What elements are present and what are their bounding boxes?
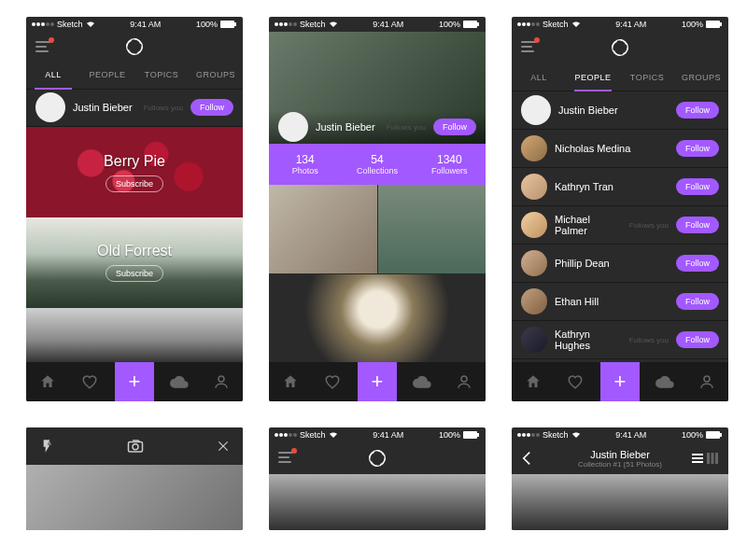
notification-dot bbox=[49, 37, 54, 43]
nav-home[interactable] bbox=[516, 365, 550, 399]
nav-cloud[interactable] bbox=[405, 365, 439, 399]
camera-toolbar: A bbox=[26, 427, 243, 465]
screen-camera: A bbox=[26, 427, 243, 530]
app-logo bbox=[125, 37, 144, 56]
follow-button[interactable]: Follow bbox=[676, 293, 719, 310]
photo-thumb[interactable] bbox=[378, 185, 486, 273]
svg-rect-4 bbox=[463, 21, 477, 28]
svg-rect-17 bbox=[706, 431, 720, 439]
tab-topics[interactable]: TOPICS bbox=[134, 62, 189, 88]
nav-cloud[interactable] bbox=[162, 365, 196, 399]
stat-collections[interactable]: 54Collections bbox=[341, 144, 413, 185]
svg-rect-24 bbox=[715, 453, 718, 464]
svg-point-3 bbox=[218, 376, 224, 382]
view-columns-icon[interactable] bbox=[706, 452, 719, 465]
screen-people: Sketch 9:41 AM 100% ALL PEOPLE TOPICS GR… bbox=[512, 17, 728, 401]
user-name: Nicholas Medina bbox=[555, 143, 669, 154]
notification-dot bbox=[534, 37, 540, 43]
app-header bbox=[269, 442, 486, 474]
avatar bbox=[521, 288, 547, 315]
card-old-forrest[interactable]: Old Forrest Subscribe bbox=[26, 217, 243, 308]
clock: 9:41 AM bbox=[130, 20, 161, 29]
nav-home[interactable] bbox=[274, 365, 307, 399]
follow-button[interactable]: Follow bbox=[190, 99, 233, 116]
nav-add[interactable]: + bbox=[358, 362, 397, 401]
svg-rect-20 bbox=[692, 457, 703, 459]
list-item[interactable]: Nicholas MedinaFollow bbox=[512, 130, 728, 168]
list-item[interactable]: Kathryn TranFollow bbox=[512, 168, 728, 206]
nav-profile[interactable] bbox=[690, 365, 724, 399]
list-item[interactable]: Kathryn HughesFollows youFollow bbox=[512, 321, 728, 359]
user-name: Kathryn Hughes bbox=[555, 329, 622, 351]
user-name: Justin Bieber bbox=[73, 102, 136, 113]
flash-auto-icon[interactable]: A bbox=[39, 439, 54, 454]
svg-point-13 bbox=[133, 444, 138, 450]
subscribe-button[interactable]: Subscribe bbox=[106, 175, 163, 192]
photo-thumb[interactable] bbox=[269, 185, 377, 273]
nav-favorites[interactable] bbox=[316, 365, 349, 399]
back-button[interactable] bbox=[521, 451, 532, 466]
list-item[interactable]: Ethan HillFollow bbox=[512, 283, 728, 321]
app-header bbox=[512, 32, 728, 63]
nav-home[interactable] bbox=[31, 365, 64, 399]
follow-button[interactable]: Follow bbox=[676, 102, 719, 119]
follow-button[interactable]: Follow bbox=[676, 331, 719, 348]
close-icon[interactable] bbox=[217, 440, 230, 453]
nav-favorites[interactable] bbox=[73, 365, 106, 399]
follow-button[interactable]: Follow bbox=[676, 217, 719, 233]
collection-subtitle: Collection #1 (51 Photos) bbox=[578, 460, 662, 469]
view-list-icon[interactable] bbox=[691, 452, 704, 465]
list-item[interactable]: Justin BieberFollow bbox=[512, 91, 728, 130]
list-item[interactable]: Phillip DeanFollow bbox=[512, 245, 728, 283]
svg-rect-19 bbox=[692, 454, 703, 455]
bottom-nav: + bbox=[512, 362, 728, 401]
nav-add[interactable]: + bbox=[600, 362, 640, 401]
svg-rect-5 bbox=[477, 22, 479, 26]
photo-grid bbox=[269, 185, 486, 362]
list-item[interactable]: Michael PalmerFollows youFollow bbox=[512, 206, 728, 245]
svg-rect-21 bbox=[692, 461, 703, 463]
follows-you-label: Follows you bbox=[629, 221, 669, 230]
tab-all[interactable]: ALL bbox=[512, 63, 566, 91]
status-bar: Sketch 9:41 AM 100% bbox=[512, 17, 728, 32]
screen-collection-grid: Sketch 9:41 AM 100% bbox=[269, 427, 486, 530]
tab-topics[interactable]: TOPICS bbox=[620, 63, 674, 91]
stat-photos[interactable]: 134Photos bbox=[269, 144, 341, 185]
menu-button[interactable] bbox=[521, 41, 536, 52]
follows-you-label: Follows you bbox=[629, 336, 669, 344]
follow-button[interactable]: Follow bbox=[676, 178, 719, 195]
profile-overlay: Justin Bieber Follows you Follow bbox=[269, 110, 486, 144]
avatar bbox=[521, 95, 551, 125]
tab-groups[interactable]: GROUPS bbox=[674, 63, 728, 91]
nav-profile[interactable] bbox=[447, 365, 481, 399]
tab-all[interactable]: ALL bbox=[26, 62, 80, 88]
follow-button[interactable]: Follow bbox=[433, 119, 476, 135]
subscribe-button[interactable]: Subscribe bbox=[106, 265, 163, 282]
photo-thumb[interactable] bbox=[269, 274, 486, 363]
nav-cloud[interactable] bbox=[648, 365, 682, 399]
avatar bbox=[521, 212, 547, 238]
tab-people[interactable]: PEOPLE bbox=[80, 62, 134, 88]
photo-preview[interactable] bbox=[269, 474, 486, 530]
bottom-nav: + bbox=[26, 362, 243, 401]
battery-pct: 100% bbox=[196, 20, 218, 29]
nav-add[interactable]: + bbox=[115, 362, 154, 401]
nav-favorites[interactable] bbox=[558, 365, 592, 399]
stat-followers[interactable]: 1340Followers bbox=[414, 144, 486, 185]
screen-all-feed: Sketch 9:41 AM 100% ALL PEOPLE TOPICS GR… bbox=[26, 17, 243, 401]
nav-profile[interactable] bbox=[204, 365, 238, 399]
featured-user-row[interactable]: Justin Bieber Follows you Follow bbox=[26, 90, 243, 128]
notification-dot bbox=[291, 448, 297, 454]
follow-button[interactable]: Follow bbox=[676, 140, 719, 157]
card-building[interactable] bbox=[26, 308, 243, 362]
menu-button[interactable] bbox=[278, 452, 293, 463]
tab-people[interactable]: PEOPLE bbox=[566, 63, 620, 91]
follow-button[interactable]: Follow bbox=[676, 255, 719, 272]
tab-groups[interactable]: GROUPS bbox=[189, 62, 243, 88]
bottom-nav: + bbox=[269, 362, 486, 401]
avatar bbox=[521, 250, 547, 276]
menu-button[interactable] bbox=[35, 41, 50, 52]
switch-camera-icon[interactable] bbox=[127, 439, 144, 454]
photo-preview[interactable] bbox=[512, 474, 728, 530]
card-berry-pie[interactable]: Berry Pie Subscribe bbox=[26, 127, 243, 217]
